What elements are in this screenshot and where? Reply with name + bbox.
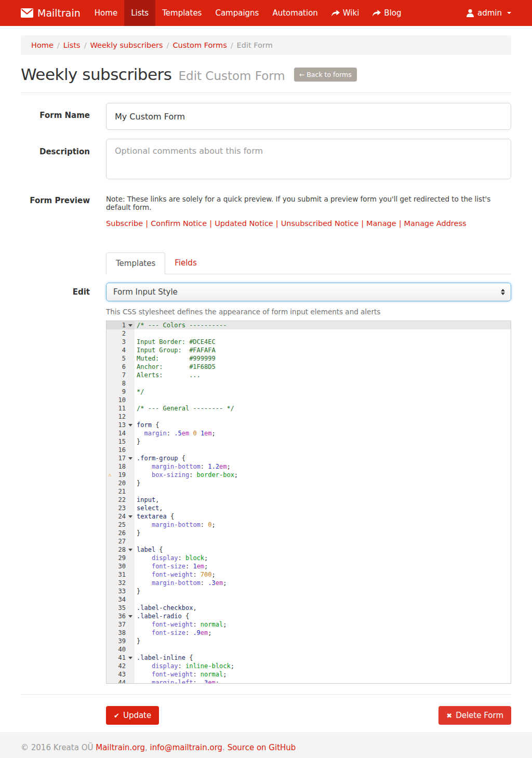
code-line[interactable]: font-size: 1em; <box>137 562 511 570</box>
nav-item-templates[interactable]: Templates <box>155 0 208 26</box>
code-line[interactable]: form { <box>137 421 511 429</box>
code-line[interactable]: } <box>137 529 511 537</box>
code-line[interactable]: /* --- Colors ---------- <box>135 321 511 329</box>
code-line[interactable]: Input Border: #DCE4EC <box>137 338 511 346</box>
link-separator: | <box>207 219 215 228</box>
code-line[interactable]: label { <box>137 546 511 554</box>
nav-item-blog[interactable]: Blog <box>366 0 408 26</box>
preview-link-subscribe[interactable]: Subscribe <box>106 219 143 228</box>
code-line[interactable] <box>137 329 511 338</box>
code-line[interactable]: } <box>137 637 511 645</box>
fold-arrow-icon[interactable] <box>128 324 132 327</box>
breadcrumb-item[interactable]: Weekly subscribers <box>90 41 163 49</box>
code-line[interactable]: /* --- General -------- */ <box>137 404 511 413</box>
code-line[interactable] <box>137 487 511 496</box>
code-line[interactable]: font-size: .9em; <box>137 629 511 637</box>
edit-template-select[interactable]: Form Input Style <box>106 283 511 301</box>
breadcrumb-item[interactable]: Home <box>31 41 54 49</box>
code-line[interactable] <box>137 379 511 388</box>
nav-item-home[interactable]: Home <box>88 0 124 26</box>
external-link-icon <box>331 10 340 17</box>
description-textarea[interactable] <box>106 139 511 179</box>
form-name-label: Form Name <box>21 103 90 130</box>
preview-link-confirm-notice[interactable]: Confirm Notice <box>151 219 207 228</box>
nav-item-automation[interactable]: Automation <box>265 0 324 26</box>
code-line[interactable]: margin-bottom: 1.2em; <box>137 462 511 471</box>
preview-link-manage-address[interactable]: Manage Address <box>404 219 467 228</box>
brand[interactable]: Mailtrain <box>21 0 81 26</box>
nav-item-wiki[interactable]: Wiki <box>325 0 366 26</box>
code-line[interactable]: Anchor: #1F68D5 <box>137 363 511 371</box>
gutter-line-number: 16 <box>107 446 135 454</box>
gutter-line-number: 14 <box>107 429 135 437</box>
form-name-input[interactable] <box>106 103 511 130</box>
code-line[interactable] <box>137 446 511 454</box>
code-line[interactable]: font-weight: normal; <box>137 620 511 629</box>
nav-item-label: Home <box>95 8 117 18</box>
css-code-editor[interactable]: 123456789101112131415161718⚠192021222324… <box>106 321 511 684</box>
breadcrumb-separator: / <box>81 41 90 49</box>
code-line[interactable] <box>137 413 511 421</box>
footer-text: , <box>145 743 150 752</box>
code-line[interactable]: margin-bottom: 0; <box>137 521 511 529</box>
code-line[interactable]: .label-inline { <box>137 654 511 662</box>
preview-link-manage[interactable]: Manage <box>366 219 396 228</box>
code-line[interactable] <box>137 595 511 604</box>
preview-note: Note: These links are solely for a quick… <box>106 195 511 211</box>
code-line[interactable]: input, <box>137 496 511 504</box>
gutter-line-number: 25 <box>107 521 135 529</box>
user-icon <box>467 9 474 17</box>
update-button[interactable]: ✔ Update <box>106 706 159 725</box>
code-line[interactable]: } <box>137 587 511 595</box>
footer-link[interactable]: info@mailtrain.org <box>150 743 223 752</box>
user-menu[interactable]: admin <box>467 0 532 26</box>
code-line[interactable]: box-sizing: border-box; <box>137 471 511 479</box>
code-line[interactable]: } <box>137 479 511 487</box>
footer-link[interactable]: Source on GitHub <box>228 743 296 752</box>
delete-form-button[interactable]: ✖ Delete Form <box>438 706 511 725</box>
link-separator: | <box>358 219 366 228</box>
gutter-line-number: 36 <box>107 612 135 620</box>
code-line[interactable] <box>137 396 511 404</box>
code-line[interactable]: textarea { <box>137 512 511 521</box>
back-to-forms-button[interactable]: ← Back to forms <box>294 68 357 82</box>
fold-arrow-icon[interactable] <box>128 549 132 551</box>
preview-link-updated-notice[interactable]: Updated Notice <box>215 219 273 228</box>
code-line[interactable]: Input Group: #FAFAFA <box>137 346 511 354</box>
gutter-line-number: 10 <box>107 396 135 404</box>
breadcrumb-item[interactable]: Custom Forms <box>172 41 227 49</box>
code-line[interactable]: } <box>137 437 511 446</box>
code-line[interactable]: font-weight: 700; <box>137 570 511 579</box>
gutter-line-number: 38 <box>107 629 135 637</box>
tab-fields[interactable]: Fields <box>165 252 206 274</box>
nav-item-lists[interactable]: Lists <box>124 0 155 26</box>
code-line[interactable]: display: inline-block; <box>137 662 511 670</box>
code-line[interactable]: display: block; <box>137 554 511 562</box>
breadcrumb-item[interactable]: Lists <box>63 41 81 49</box>
code-line[interactable] <box>137 645 511 654</box>
gutter-line-number: 20 <box>107 479 135 487</box>
fold-arrow-icon[interactable] <box>128 424 132 427</box>
footer-link[interactable]: Mailtrain.org <box>96 743 145 752</box>
fold-arrow-icon[interactable] <box>128 457 132 460</box>
editor-code-area[interactable]: /* --- Colors ---------- Input Border: #… <box>135 321 511 683</box>
preview-link-unsubscribed-notice[interactable]: Unsubscribed Notice <box>281 219 359 228</box>
code-line[interactable]: .label-checkbox, <box>137 604 511 612</box>
tab-templates[interactable]: Templates <box>106 252 165 274</box>
code-line[interactable]: .label-radio { <box>137 612 511 620</box>
code-line[interactable]: margin-left: .3em; <box>137 679 511 683</box>
code-line[interactable]: select, <box>137 504 511 512</box>
code-line[interactable]: Muted: #999999 <box>137 354 511 363</box>
code-line[interactable]: margin-bottom: .3em; <box>137 579 511 587</box>
nav-item-campaigns[interactable]: Campaigns <box>208 0 265 26</box>
code-line[interactable] <box>137 537 511 546</box>
form-tabs: TemplatesFields <box>106 252 511 274</box>
code-line[interactable]: Alerts: ... <box>137 371 511 379</box>
fold-arrow-icon[interactable] <box>128 615 132 618</box>
fold-arrow-icon[interactable] <box>128 657 132 659</box>
code-line[interactable]: .form-group { <box>137 454 511 462</box>
code-line[interactable]: margin: .5em 0 1em; <box>137 429 511 437</box>
code-line[interactable]: */ <box>137 388 511 396</box>
fold-arrow-icon[interactable] <box>128 515 132 518</box>
code-line[interactable]: font-weight: normal; <box>137 670 511 679</box>
